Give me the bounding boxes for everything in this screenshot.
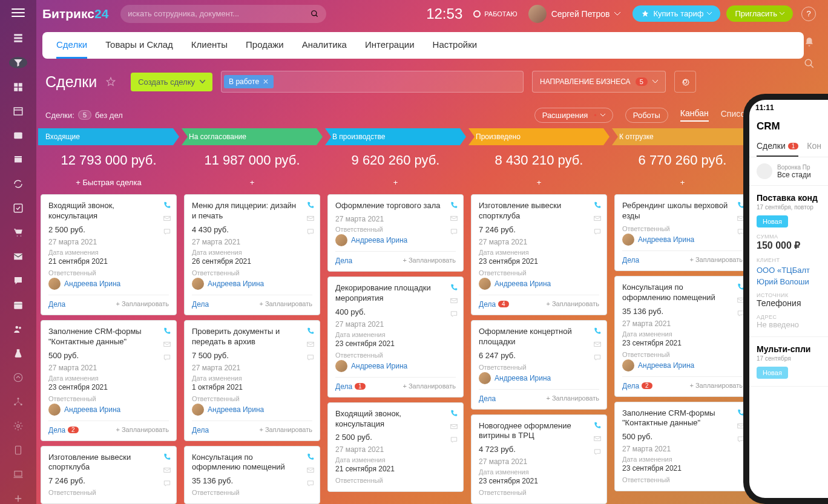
kanban-board: Входящие12 793 000 руб.+ Быстрая сделкаВ…	[38, 128, 828, 504]
tab-3[interactable]: Продажи	[246, 32, 284, 59]
tab-1[interactable]: Товары и Склад	[105, 32, 173, 59]
deal-card[interactable]: Заполнение CRM-формы "Контактные данные"…	[614, 402, 751, 492]
quick-deal-button[interactable]: +	[325, 173, 466, 194]
phone-tab-contacts[interactable]: Кон	[807, 141, 821, 157]
plus-icon[interactable]	[13, 493, 24, 504]
funnel-icon[interactable]	[9, 57, 27, 68]
sync-icon[interactable]	[13, 178, 24, 189]
clock: 12:53	[426, 5, 462, 22]
column-header[interactable]: К отгрузке	[612, 128, 753, 145]
crm-tabs: СделкиТовары и СкладКлиентыПродажиАналит…	[42, 32, 804, 59]
deal-card[interactable]: Меню для пиццерии: дизайн и печать4 430 …	[184, 194, 320, 315]
column-sum: 12 793 000 руб.	[38, 145, 179, 173]
quick-deal-button[interactable]: +	[182, 173, 323, 194]
quick-deal-button[interactable]: +	[612, 173, 753, 194]
kanban-toolbar: Сделки: 5 без дел Расширения • Роботы Ка…	[45, 106, 804, 124]
tab-2[interactable]: Клиенты	[191, 32, 228, 59]
kanban-column: К отгрузке6 770 260 руб.+Ребрендинг школ…	[612, 128, 753, 504]
drawer-icon[interactable]	[13, 154, 24, 165]
help-icon[interactable]: ?	[801, 7, 816, 21]
column-header[interactable]: Входящие	[38, 128, 179, 145]
grid-icon[interactable]	[13, 82, 24, 93]
deal-card[interactable]: Консультация по оформлению помещений35 1…	[184, 446, 320, 504]
calendar-icon[interactable]	[13, 299, 24, 310]
buy-tariff-button[interactable]: Купить тариф	[632, 5, 720, 22]
svg-line-28	[810, 65, 813, 68]
star-icon[interactable]	[105, 76, 116, 87]
column-header[interactable]: На согласование	[182, 128, 323, 145]
kanban-column: Произведено8 430 210 руб.+Изготовление в…	[468, 128, 610, 504]
svg-rect-0	[14, 34, 22, 36]
up-icon[interactable]	[13, 372, 24, 383]
deal-card[interactable]: Оформление торгового зала27 марта 2021От…	[327, 194, 464, 272]
deal-card[interactable]: Изготовление вывески спортклуба7 246 руб…	[471, 194, 607, 315]
phone-deal-card[interactable]: Поставка конд 17 сентября, повтор Новая …	[749, 186, 828, 337]
chevron-down-icon	[707, 12, 712, 15]
chat-icon[interactable]	[13, 275, 24, 286]
svg-rect-38	[594, 216, 601, 220]
deal-card[interactable]: Входящий звонок, консультация2 500 руб.2…	[41, 194, 177, 315]
quick-deal-button[interactable]: +	[468, 173, 610, 194]
window-icon[interactable]	[13, 106, 24, 117]
deal-card[interactable]: Заполнение CRM-формы "Контактные данные"…	[41, 320, 177, 441]
view-kanban[interactable]: Канбан	[680, 108, 709, 122]
tablet-icon[interactable]	[13, 445, 24, 456]
settings-button[interactable]	[674, 71, 696, 93]
laptop-icon[interactable]	[13, 469, 24, 480]
phone-tab-deals[interactable]: Сделки1	[757, 141, 798, 157]
column-header[interactable]: В производстве	[325, 128, 466, 145]
flask-icon[interactable]	[13, 348, 24, 359]
phone-deal-card[interactable]: Мульти-спли 17 сентября Новая	[749, 337, 828, 387]
bell-icon[interactable]	[804, 36, 815, 47]
deal-card[interactable]: Декорирование площадки мероприятия400 ру…	[327, 277, 464, 398]
svg-rect-34	[307, 468, 314, 472]
filter-chip[interactable]: В работе✕	[224, 75, 274, 88]
sitemap-icon[interactable]	[13, 396, 24, 407]
svg-rect-39	[594, 342, 601, 346]
record-icon	[473, 10, 481, 18]
tab-4[interactable]: Аналитика	[302, 32, 347, 59]
contact-icon[interactable]	[13, 130, 24, 141]
deal-card[interactable]: Оформление концертной площадки6 247 руб.…	[471, 320, 607, 410]
direction-button[interactable]: НАПРАВЛЕНИЕ БИЗНЕСА 5	[532, 71, 666, 93]
feed-icon[interactable]	[13, 33, 24, 44]
deal-card[interactable]: Ребрендинг школы верховой ездыОтветствен…	[614, 194, 751, 271]
search2-icon[interactable]	[804, 58, 815, 69]
tab-6[interactable]: Настройки	[433, 32, 478, 59]
deal-card[interactable]: Консультация по оформлению помещений35 1…	[614, 276, 751, 397]
close-icon[interactable]: ✕	[263, 77, 269, 86]
robots-button[interactable]: Роботы	[625, 108, 668, 123]
deal-card[interactable]: Проверить документы и передать в архив7 …	[184, 320, 320, 441]
hamburger-icon[interactable]	[12, 8, 25, 19]
svg-point-22	[17, 425, 20, 428]
work-status[interactable]: РАБОТАЮ	[473, 10, 517, 18]
create-deal-button[interactable]: Создать сделку	[131, 73, 212, 91]
gear2-icon[interactable]	[13, 421, 24, 431]
cart-icon[interactable]	[13, 227, 24, 238]
svg-rect-10	[15, 158, 22, 163]
search-icon	[310, 10, 319, 18]
search-box[interactable]	[120, 5, 326, 23]
deal-card[interactable]: Новогоднее оформление витрины в ТРЦ4 723…	[471, 414, 607, 504]
search-input[interactable]	[128, 9, 310, 18]
extensions-button[interactable]: Расширения •	[534, 108, 613, 123]
svg-line-26	[316, 15, 318, 16]
deal-card[interactable]: Входящий звонок, консультация2 500 руб.2…	[327, 402, 464, 493]
right-rail	[804, 36, 815, 69]
tab-0[interactable]: Сделки	[56, 32, 87, 59]
tab-5[interactable]: Интеграции	[365, 32, 415, 59]
check-icon[interactable]	[13, 203, 24, 214]
invite-button[interactable]: Пригласить	[726, 5, 793, 22]
phone-filter[interactable]: Воронка ПрВсе стади	[749, 157, 828, 186]
column-header[interactable]: Произведено	[468, 128, 610, 145]
gear-icon	[680, 77, 690, 87]
column-sum: 9 620 260 руб.	[325, 145, 466, 173]
filter-bar[interactable]: В работе✕	[221, 71, 524, 93]
quick-deal-button[interactable]: + Быстрая сделка	[38, 173, 179, 194]
user-menu[interactable]: Сергей Петров	[528, 5, 621, 23]
chevron-down-icon	[652, 80, 658, 83]
deal-card[interactable]: Изготовление вывески спортклуба7 246 руб…	[41, 446, 177, 504]
phone-title: CRM	[749, 116, 828, 136]
mail-icon[interactable]	[13, 251, 24, 262]
group-icon[interactable]	[13, 324, 24, 335]
